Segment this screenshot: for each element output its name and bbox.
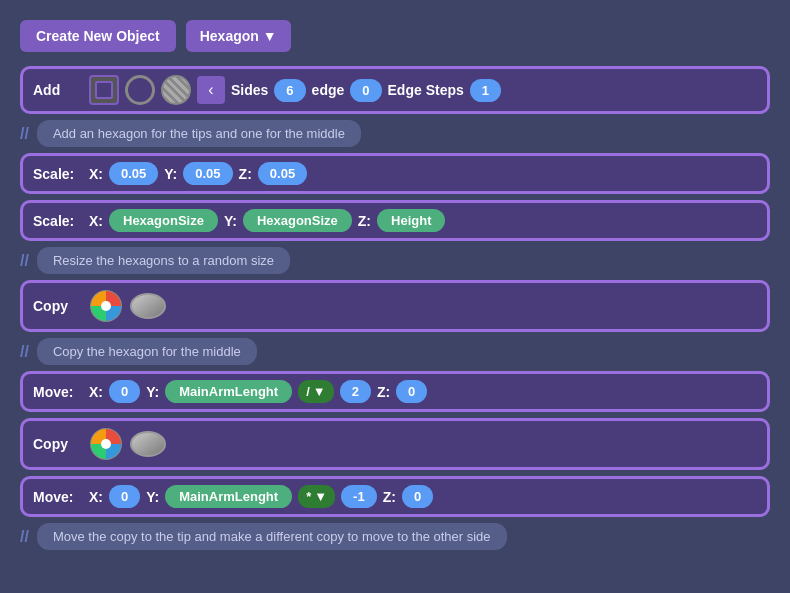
move2-y-label: Y: (146, 489, 159, 505)
move1-z-value[interactable]: 0 (396, 380, 427, 403)
move2-z-label: Z: (383, 489, 396, 505)
svg-point-1 (101, 301, 111, 311)
move1-x-value[interactable]: 0 (109, 380, 140, 403)
scale1-label: Scale: (33, 166, 83, 182)
comment-bubble-3: Copy the hexagon for the middle (37, 338, 257, 365)
comment-1: // Add an hexagon for the tips and one f… (20, 120, 770, 147)
slash-icon-2: // (20, 252, 29, 270)
comment-2: // Resize the hexagons to a random size (20, 247, 770, 274)
slash-icon-1: // (20, 125, 29, 143)
copy1-label: Copy (33, 298, 83, 314)
scale2-z-value[interactable]: Height (377, 209, 445, 232)
comment-bubble-2: Resize the hexagons to a random size (37, 247, 290, 274)
add-label: Add (33, 82, 83, 98)
move1-label: Move: (33, 384, 83, 400)
rainbow-circle-icon-2[interactable] (89, 427, 123, 461)
move2-label: Move: (33, 489, 83, 505)
move2-multiplier[interactable]: -1 (341, 485, 377, 508)
move2-x-value[interactable]: 0 (109, 485, 140, 508)
move2-block: Move: X: 0 Y: MainArmLenght * ▼ -1 Z: 0 (20, 476, 770, 517)
svg-point-4 (101, 439, 111, 449)
move1-y-value[interactable]: MainArmLenght (165, 380, 292, 403)
move1-block: Move: X: 0 Y: MainArmLenght / ▼ 2 Z: 0 (20, 371, 770, 412)
move1-x-label: X: (89, 384, 103, 400)
square-icon[interactable] (89, 75, 119, 105)
left-arrow-button[interactable]: ‹ (197, 76, 225, 104)
scale1-x-value[interactable]: 0.05 (109, 162, 158, 185)
comment-3: // Copy the hexagon for the middle (20, 338, 770, 365)
sides-label: Sides (231, 82, 268, 98)
move1-operator[interactable]: / ▼ (298, 380, 334, 403)
move1-y-label: Y: (146, 384, 159, 400)
scale1-x-label: X: (89, 166, 103, 182)
edge-label: edge (312, 82, 345, 98)
striped-circle-icon[interactable] (161, 75, 191, 105)
scale2-z-label: Z: (358, 213, 371, 229)
object-type-dropdown[interactable]: Hexagon ▼ (186, 20, 291, 52)
scale2-label: Scale: (33, 213, 83, 229)
move2-y-value[interactable]: MainArmLenght (165, 485, 292, 508)
create-new-object-button[interactable]: Create New Object (20, 20, 176, 52)
copy2-label: Copy (33, 436, 83, 452)
comment-bubble-4: Move the copy to the tip and make a diff… (37, 523, 507, 550)
svg-point-2 (131, 294, 165, 318)
comment-bubble-1: Add an hexagon for the tips and one for … (37, 120, 361, 147)
move2-x-label: X: (89, 489, 103, 505)
svg-point-5 (131, 432, 165, 456)
copy1-block: Copy (20, 280, 770, 332)
rainbow-circle-icon-1[interactable] (89, 289, 123, 323)
scale1-z-value[interactable]: 0.05 (258, 162, 307, 185)
move1-divisor[interactable]: 2 (340, 380, 371, 403)
sides-value[interactable]: 6 (274, 79, 305, 102)
scale2-y-value[interactable]: HexagonSize (243, 209, 352, 232)
scale2-block: Scale: X: HexagonSize Y: HexagonSize Z: … (20, 200, 770, 241)
gray-oval-icon-2[interactable] (129, 429, 167, 459)
edge-value[interactable]: 0 (350, 79, 381, 102)
scale1-y-label: Y: (164, 166, 177, 182)
comment-4: // Move the copy to the tip and make a d… (20, 523, 770, 550)
gray-oval-icon-1[interactable] (129, 291, 167, 321)
slash-icon-4: // (20, 528, 29, 546)
edge-steps-value[interactable]: 1 (470, 79, 501, 102)
edge-steps-label: Edge Steps (388, 82, 464, 98)
slash-icon-3: // (20, 343, 29, 361)
scale2-x-value[interactable]: HexagonSize (109, 209, 218, 232)
copy2-block: Copy (20, 418, 770, 470)
scale2-x-label: X: (89, 213, 103, 229)
top-bar: Create New Object Hexagon ▼ (20, 20, 770, 52)
scale2-y-label: Y: (224, 213, 237, 229)
scale1-y-value[interactable]: 0.05 (183, 162, 232, 185)
move2-z-value[interactable]: 0 (402, 485, 433, 508)
move1-z-label: Z: (377, 384, 390, 400)
circle-icon[interactable] (125, 75, 155, 105)
add-block: Add ‹ Sides 6 edge 0 Edge Steps 1 (20, 66, 770, 114)
scale1-z-label: Z: (239, 166, 252, 182)
scale1-block: Scale: X: 0.05 Y: 0.05 Z: 0.05 (20, 153, 770, 194)
move2-operator[interactable]: * ▼ (298, 485, 335, 508)
